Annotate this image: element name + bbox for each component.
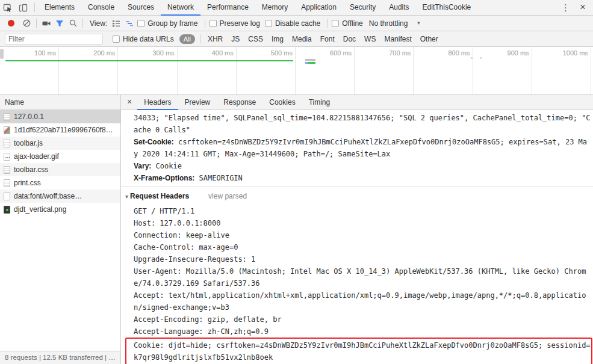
filter-type-css[interactable]: CSS [244,35,267,43]
disable-cache-checkbox[interactable]: Disable cache [265,19,320,28]
group-by-frame-checkbox[interactable]: Group by frame [137,19,197,28]
header-line: Connection: keep-alive [134,229,593,241]
filter-funnel-icon[interactable] [53,17,66,30]
filter-type-manifest[interactable]: Manifest [380,35,415,43]
request-row[interactable]: 1d1df6220ab711e9996760f8… [0,123,120,137]
network-split-view: Name 127.0.0.11d1df6220ab711e9996760f8…t… [0,95,593,364]
filter-input[interactable] [5,34,103,45]
toolbar-divider [205,19,205,28]
checkbox-box[interactable] [265,20,272,27]
filter-type-doc[interactable]: Doc [339,35,360,43]
toolbar-divider [327,19,328,28]
clear-icon[interactable] [20,17,33,30]
hide-data-urls-checkbox[interactable]: Hide data URLs [113,35,174,43]
name-column-header[interactable]: Name [0,95,120,110]
request-row[interactable]: djdt_vertical.png [0,203,120,216]
checkbox-box[interactable] [210,20,217,27]
offline-label: Offline [342,19,362,28]
request-name: 127.0.0.1 [14,113,46,121]
request-row[interactable]: toolbar.js [0,137,120,150]
filter-type-media[interactable]: Media [288,35,316,43]
view-waterfall-icon[interactable] [123,17,136,30]
filter-type-font[interactable]: Font [316,35,339,43]
header-line: Accept-Language: zh-CN,zh;q=0.9 [134,325,593,338]
view-label: View: [90,19,107,28]
detail-tab-preview[interactable]: Preview [178,95,217,110]
detail-tabbar: × HeadersPreviewResponseCookiesTiming [121,95,593,110]
document-file-icon [4,113,10,121]
request-row[interactable]: print.css [0,176,120,190]
filter-divider [200,34,200,43]
checkbox-box[interactable] [113,35,120,43]
toolbar-divider [34,3,35,12]
offline-checkbox[interactable]: Offline [332,19,362,28]
device-toolbar-icon[interactable] [16,0,31,16]
header-line: e/74.0.3729.169 Safari/537.36 [134,277,593,289]
detail-tab-headers[interactable]: Headers [137,95,178,110]
view-parsed-link[interactable]: view parsed [208,192,247,200]
view-list-icon[interactable] [110,17,123,30]
throttling-dropdown[interactable]: No throttling ▼ [369,19,421,28]
header-line: Accept-Encoding: gzip, deflate, br [134,313,593,325]
request-list-panel: Name 127.0.0.11d1df6220ab711e9996760f8…t… [0,95,121,364]
tick-cell: 500 ms [237,47,296,94]
header-name: X-Frame-Options: [134,174,194,182]
network-filter-bar: Hide data URLs AllXHRJSCSSImgMediaFontDo… [0,31,593,47]
headers-content: 34033; "Elapsed time", SQLPanel_sql_time… [121,110,593,364]
close-devtools-icon[interactable]: × [576,1,593,14]
search-icon[interactable] [66,17,79,30]
tick-cell: 1000 ms [532,47,591,94]
toolbar-divider [82,19,83,28]
filter-type-all[interactable]: All [179,34,195,44]
request-name: 1d1df6220ab711e9996760f8… [14,126,116,134]
tab-performance[interactable]: Performance [200,0,255,16]
detail-tab-cookies[interactable]: Cookies [262,95,302,110]
header-line: n/signed-exchange;v=b3 [134,301,593,313]
request-name: data:font/woff;base… [14,192,84,200]
request-name: print.css [14,179,43,187]
overview-left-thumb [0,49,4,59]
checkbox-box[interactable] [137,20,144,27]
tab-application[interactable]: Application [294,0,343,16]
filter-type-js[interactable]: JS [227,35,244,43]
screenshot-camera-icon[interactable] [40,17,53,30]
document-file-icon [4,140,10,147]
tab-network[interactable]: Network [161,0,200,16]
detail-tab-timing[interactable]: Timing [302,95,337,110]
request-headers-section: ▾Request Headersview parsed [121,187,593,204]
close-details-icon[interactable]: × [121,97,137,108]
checkbox-box[interactable] [332,20,339,27]
header-line: Cookie: djdt=hide; csrftoken=z4sDnWBZDz5… [134,339,591,351]
detail-tab-response[interactable]: Response [217,95,262,110]
tab-editthiscookie[interactable]: EditThisCookie [416,0,478,16]
request-row[interactable]: 127.0.0.1 [0,110,120,123]
disclosure-triangle-icon[interactable]: ▾ [125,193,128,200]
request-rows: 127.0.0.11d1df6220ab711e9996760f8…toolba… [0,110,120,216]
filter-type-img[interactable]: Img [267,35,288,43]
tab-security[interactable]: Security [343,0,382,16]
record-button[interactable] [8,20,14,26]
header-line: ache 0 Calls" [134,124,593,136]
overview-request-bar [305,62,315,64]
tick-cell: 100 ms [0,47,59,94]
tab-sources[interactable]: Sources [121,0,161,16]
toolbar-divider [36,19,37,28]
request-row[interactable]: toolbar.css [0,163,120,176]
filter-type-other[interactable]: Other [416,35,442,43]
chevron-down-icon: ▼ [416,20,421,26]
network-overview-timeline[interactable]: 100 ms200 ms300 ms400 ms500 ms600 ms700 … [0,47,593,95]
tick-cell: 600 ms [296,47,355,94]
filter-type-ws[interactable]: WS [360,35,380,43]
tab-audits[interactable]: Audits [382,0,415,16]
network-toolbar: View: Group by frame Preserve log Disabl… [0,16,593,31]
tab-memory[interactable]: Memory [255,0,294,16]
request-row[interactable]: data:font/woff;base… [0,190,120,203]
tab-elements[interactable]: Elements [38,0,81,16]
preserve-log-checkbox[interactable]: Preserve log [210,19,260,28]
filter-type-xhr[interactable]: XHR [203,35,227,43]
kebab-menu-icon[interactable]: ⋮ [555,2,576,13]
inspect-element-icon[interactable] [0,0,16,16]
request-row[interactable]: ajax-loader.gif [0,150,120,163]
tab-console[interactable]: Console [81,0,121,16]
header-line: X-Frame-Options: SAMEORIGIN [134,172,593,184]
